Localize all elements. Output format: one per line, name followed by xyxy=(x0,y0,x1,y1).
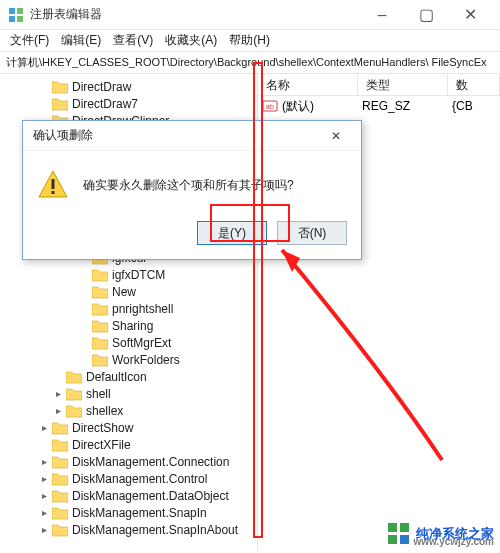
expand-icon[interactable] xyxy=(78,354,90,366)
warning-icon xyxy=(37,169,69,201)
tree-item[interactable]: ▸DiskManagement.Control xyxy=(0,470,257,487)
expand-icon[interactable] xyxy=(78,337,90,349)
menu-edit[interactable]: 编辑(E) xyxy=(55,30,107,51)
tree-item-label: SoftMgrExt xyxy=(112,336,171,350)
expand-icon[interactable] xyxy=(78,303,90,315)
watermark-url: www.ycwjzy.com xyxy=(413,536,494,547)
svg-rect-2 xyxy=(9,16,15,22)
expand-icon[interactable] xyxy=(78,320,90,332)
expand-icon[interactable]: ▸ xyxy=(52,388,64,400)
svg-rect-10 xyxy=(388,523,397,532)
window-buttons: – ▢ ✕ xyxy=(360,1,492,29)
list-body: ab(默认)REG_SZ{CB xyxy=(258,96,500,116)
svg-rect-13 xyxy=(400,535,409,544)
tree-item-label: DirectDraw7 xyxy=(72,97,138,111)
address-bar[interactable]: 计算机\HKEY_CLASSES_ROOT\Directory\Backgrou… xyxy=(0,52,500,74)
menu-bar: 文件(F) 编辑(E) 查看(V) 收藏夹(A) 帮助(H) xyxy=(0,30,500,52)
expand-icon[interactable]: ▸ xyxy=(38,422,50,434)
dialog-buttons: 是(Y) 否(N) xyxy=(23,211,361,259)
tree-item[interactable]: ▸DiskManagement.Connection xyxy=(0,453,257,470)
no-button[interactable]: 否(N) xyxy=(277,221,347,245)
tree-item-label: DiskManagement.Control xyxy=(72,472,207,486)
expand-icon[interactable]: ▸ xyxy=(38,524,50,536)
tree-item[interactable]: ▸DiskManagement.SnapInAbout xyxy=(0,521,257,538)
expand-icon[interactable] xyxy=(38,98,50,110)
tree-item-label: DiskManagement.SnapIn xyxy=(72,506,207,520)
expand-icon[interactable] xyxy=(78,286,90,298)
expand-icon[interactable] xyxy=(78,269,90,281)
window-title: 注册表编辑器 xyxy=(30,6,360,23)
close-button[interactable]: ✕ xyxy=(448,1,492,29)
tree-item[interactable]: ▸DiskManagement.DataObject xyxy=(0,487,257,504)
tree-item-label: igfxDTCM xyxy=(112,268,165,282)
svg-rect-0 xyxy=(9,8,15,14)
svg-rect-1 xyxy=(17,8,23,14)
tree-item-label: DiskManagement.DataObject xyxy=(72,489,229,503)
tree-item[interactable]: DirectXFile xyxy=(0,436,257,453)
value-data: {CB xyxy=(452,99,500,113)
header-type[interactable]: 类型 xyxy=(358,74,448,95)
expand-icon[interactable] xyxy=(52,371,64,383)
tree-item[interactable]: WorkFolders xyxy=(0,351,257,368)
tree-item[interactable]: ▸shellex xyxy=(0,402,257,419)
expand-icon[interactable]: ▸ xyxy=(38,490,50,502)
tree-item-label: DirectShow xyxy=(72,421,133,435)
tree-item[interactable]: SoftMgrExt xyxy=(0,334,257,351)
confirm-dialog: 确认项删除 ✕ 确实要永久删除这个项和所有其子项吗? 是(Y) 否(N) xyxy=(22,120,362,260)
svg-text:ab: ab xyxy=(266,103,274,110)
header-data[interactable]: 数 xyxy=(448,74,500,95)
svg-rect-7 xyxy=(52,179,55,189)
expand-icon[interactable] xyxy=(38,439,50,451)
yes-button[interactable]: 是(Y) xyxy=(197,221,267,245)
dialog-close-button[interactable]: ✕ xyxy=(321,124,351,148)
tree-item[interactable]: igfxDTCM xyxy=(0,266,257,283)
header-name[interactable]: 名称 xyxy=(258,74,358,95)
tree-item-label: DirectXFile xyxy=(72,438,131,452)
tree-item[interactable]: Sharing xyxy=(0,317,257,334)
tree-item-label: DiskManagement.SnapInAbout xyxy=(72,523,238,537)
menu-help[interactable]: 帮助(H) xyxy=(223,30,276,51)
maximize-button[interactable]: ▢ xyxy=(404,1,448,29)
value-name: (默认) xyxy=(282,98,362,115)
expand-icon[interactable]: ▸ xyxy=(38,507,50,519)
tree-item[interactable]: ▸DirectShow xyxy=(0,419,257,436)
svg-rect-12 xyxy=(388,535,397,544)
tree-item-label: shellex xyxy=(86,404,123,418)
svg-rect-11 xyxy=(400,523,409,532)
tree-item[interactable]: New xyxy=(0,283,257,300)
tree-item[interactable]: DefaultIcon xyxy=(0,368,257,385)
string-value-icon: ab xyxy=(262,98,278,114)
expand-icon[interactable]: ▸ xyxy=(38,456,50,468)
svg-rect-8 xyxy=(52,191,55,194)
tree-item-label: New xyxy=(112,285,136,299)
tree-item-label: pnrightshell xyxy=(112,302,173,316)
menu-fav[interactable]: 收藏夹(A) xyxy=(159,30,223,51)
watermark-logo-icon xyxy=(388,523,410,545)
tree-item-label: Sharing xyxy=(112,319,153,333)
tree-item[interactable]: DirectDraw xyxy=(0,78,257,95)
tree-item-label: DiskManagement.Connection xyxy=(72,455,229,469)
tree-item[interactable]: ▸DiskManagement.SnapIn xyxy=(0,504,257,521)
tree-item-label: shell xyxy=(86,387,111,401)
svg-rect-3 xyxy=(17,16,23,22)
dialog-titlebar: 确认项删除 ✕ xyxy=(23,121,361,151)
minimize-button[interactable]: – xyxy=(360,1,404,29)
title-bar: 注册表编辑器 – ▢ ✕ xyxy=(0,0,500,30)
expand-icon[interactable]: ▸ xyxy=(52,405,64,417)
list-header: 名称 类型 数 xyxy=(258,74,500,96)
menu-file[interactable]: 文件(F) xyxy=(4,30,55,51)
tree-item[interactable]: DirectDraw7 xyxy=(0,95,257,112)
expand-icon[interactable]: ▸ xyxy=(38,473,50,485)
value-type: REG_SZ xyxy=(362,99,452,113)
list-row[interactable]: ab(默认)REG_SZ{CB xyxy=(258,96,500,116)
tree-item[interactable]: pnrightshell xyxy=(0,300,257,317)
tree-item-label: DefaultIcon xyxy=(86,370,147,384)
address-text: 计算机\HKEY_CLASSES_ROOT\Directory\Backgrou… xyxy=(6,55,487,70)
tree-item-label: DirectDraw xyxy=(72,80,131,94)
dialog-title: 确认项删除 xyxy=(33,127,93,144)
expand-icon[interactable] xyxy=(38,81,50,93)
tree-item[interactable]: ▸shell xyxy=(0,385,257,402)
dialog-body: 确实要永久删除这个项和所有其子项吗? xyxy=(23,151,361,211)
watermark: 纯净系统之家 www.ycwjzy.com xyxy=(388,523,494,545)
menu-view[interactable]: 查看(V) xyxy=(107,30,159,51)
